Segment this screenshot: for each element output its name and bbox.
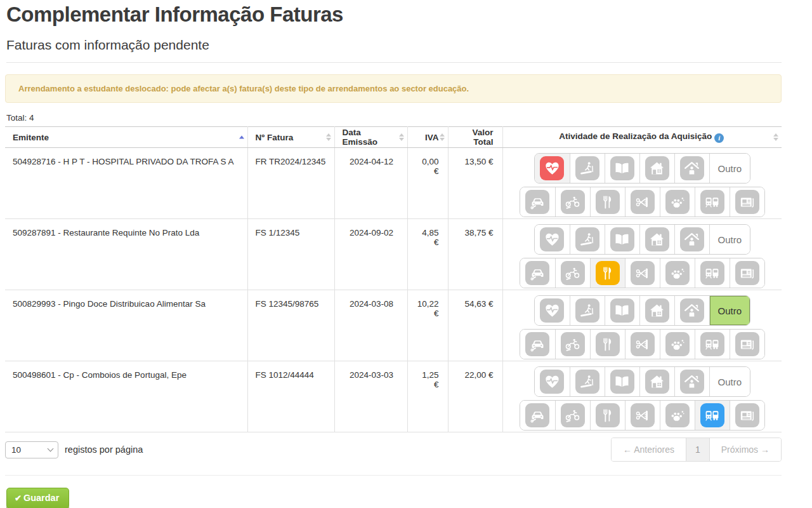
paw-icon [665,190,690,214]
page-size-select[interactable]: 10 [5,441,58,458]
activity-option-lares[interactable] [674,367,709,396]
next-page-button[interactable]: Próximos → [709,438,781,461]
activity-option-saude[interactable] [535,367,570,396]
treadmill-icon [575,156,599,180]
activity-group: Outro [534,295,750,326]
activity-option-ginasio[interactable] [570,367,605,396]
activity-option-reparacao-automoveis[interactable] [520,187,555,217]
activity-option-veterinario[interactable] [660,401,695,430]
activity-option-cabeleireiros[interactable] [625,258,660,288]
activity-option-habitacao[interactable] [639,154,674,183]
cell-data-emissao: 2024-09-02 [334,219,407,290]
activity-option-educacao[interactable] [605,296,639,325]
activity-option-educacao[interactable] [605,367,639,396]
activity-option-jornais[interactable] [730,258,764,288]
activity-option-saude[interactable] [535,154,570,183]
scissors-comb-icon [631,261,655,285]
activity-option-lares[interactable] [674,225,709,254]
activity-option-outro[interactable]: Outro [709,225,750,254]
info-icon[interactable]: i [714,133,724,143]
activity-option-educacao[interactable] [605,154,639,183]
cell-emitente: 504928716 - H P T - HOSPITAL PRIVADO DA … [5,148,247,219]
activity-option-habitacao[interactable] [639,296,674,325]
activity-option-transportes[interactable] [695,187,730,217]
activity-option-reparacao-automoveis[interactable] [520,401,555,430]
sort-icon[interactable] [773,133,778,141]
activity-option-jornais[interactable] [730,330,764,359]
activity-option-outro[interactable]: Outro [709,296,750,325]
activity-option-restauracao[interactable] [590,330,625,359]
column-header-iva[interactable]: IVA [407,127,448,148]
pager: ← Anteriores 1 Próximos → [611,438,782,462]
activity-option-cabeleireiros[interactable] [625,330,660,359]
column-header-valor-total[interactable]: Valor Total [448,127,502,148]
column-header-emitente[interactable]: Emitente [5,127,247,148]
activity-option-ginasio[interactable] [570,225,605,254]
activity-picker: Outro [503,153,782,217]
activity-option-educacao[interactable] [605,225,639,254]
activity-option-veterinario[interactable] [660,187,695,217]
cell-atividade: Outro [502,290,782,361]
newspaper-icon [735,261,759,285]
previous-page-button[interactable]: ← Anteriores [612,438,686,461]
sort-icon[interactable] [399,133,404,141]
house-icon [645,298,669,323]
activity-option-ginasio[interactable] [570,296,605,325]
transit-icon [700,190,724,214]
table-header-row: Emitente Nº Fatura Data Emissão IVA Valo… [5,127,782,148]
car-wrench-icon [525,332,549,356]
sort-icon[interactable] [326,133,331,141]
moto-wrench-icon [561,261,585,285]
house-user-icon [680,370,704,394]
newspaper-icon [735,332,759,356]
column-header-n-fatura[interactable]: Nº Fatura [247,127,334,148]
activity-option-ginasio[interactable] [570,154,605,183]
activity-option-habitacao[interactable] [639,367,674,396]
activity-option-saude[interactable] [535,225,570,254]
house-icon [645,227,669,251]
activity-option-cabeleireiros[interactable] [625,187,660,217]
book-icon [610,298,634,323]
activity-option-reparacao-automoveis[interactable] [520,330,555,359]
cell-n-fatura: FR TR2024/12345 [247,148,334,219]
scissors-comb-icon [631,190,655,214]
house-user-icon [680,298,704,323]
activity-option-veterinario[interactable] [660,330,695,359]
activity-option-restauracao[interactable] [590,401,625,430]
table-row: 509287891 - Restaurante Requinte No Prat… [5,219,782,290]
activity-option-outro[interactable]: Outro [709,367,750,396]
activity-option-lares[interactable] [674,296,709,325]
save-button-label: Guardar [23,493,59,503]
moto-wrench-icon [561,190,585,214]
sort-asc-icon[interactable] [239,136,244,139]
cell-data-emissao: 2024-03-03 [334,361,407,432]
activity-option-jornais[interactable] [730,401,764,430]
activity-option-reparacao-motociclos[interactable] [555,258,590,288]
activity-option-saude[interactable] [535,296,570,325]
cell-valor-total: 54,63 € [448,290,502,361]
activity-option-lares[interactable] [674,154,709,183]
pagination-bar: 10 registos por página ← Anteriores 1 Pr… [5,438,782,462]
activity-option-habitacao[interactable] [639,225,674,254]
activity-option-transportes[interactable] [695,258,730,288]
activity-option-reparacao-motociclos[interactable] [555,187,590,217]
activity-option-jornais[interactable] [730,187,764,217]
activity-option-restauracao[interactable] [590,258,625,288]
total-count: Total: 4 [6,113,782,123]
activity-option-transportes[interactable] [695,401,730,430]
activity-option-outro[interactable]: Outro [709,154,750,183]
cell-iva: 4,85 € [407,219,448,290]
activity-option-veterinario[interactable] [660,258,695,288]
activity-option-reparacao-automoveis[interactable] [520,258,555,288]
activity-option-restauracao[interactable] [590,187,625,217]
column-header-data-emissao[interactable]: Data Emissão [334,127,407,148]
activity-option-reparacao-motociclos[interactable] [555,330,590,359]
activity-group [520,187,765,217]
activity-option-cabeleireiros[interactable] [625,401,660,430]
sort-icon[interactable] [440,133,445,141]
column-header-atividade[interactable]: Atividade de Realização da Aquisiçãoi [502,127,782,148]
current-page-button[interactable]: 1 [686,438,709,461]
activity-option-transportes[interactable] [695,330,730,359]
activity-option-reparacao-motociclos[interactable] [555,401,590,430]
save-button[interactable]: ✔ Guardar [6,488,69,508]
